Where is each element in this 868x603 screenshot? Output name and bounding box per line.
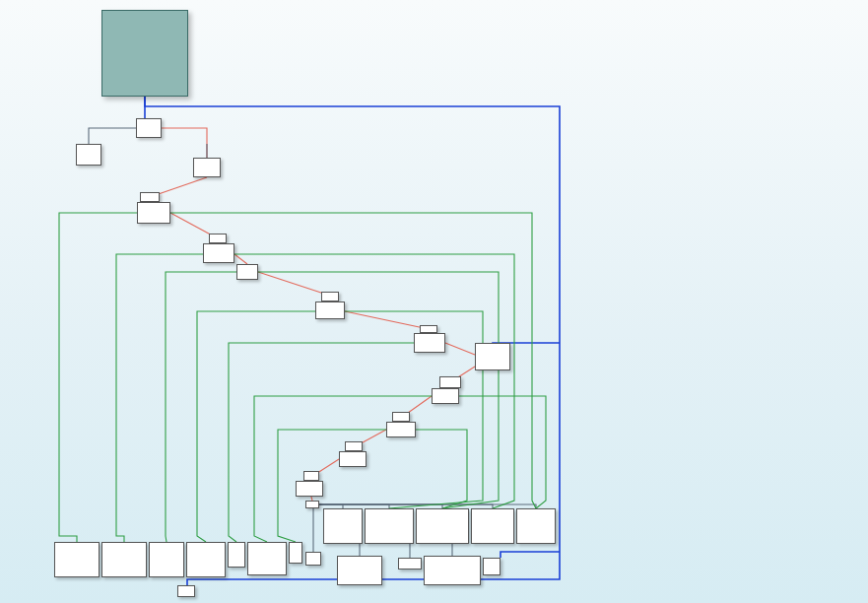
edge bbox=[345, 311, 429, 329]
tree-node[interactable] bbox=[420, 325, 437, 333]
tree-node[interactable] bbox=[516, 508, 556, 544]
edge bbox=[59, 213, 137, 542]
tree-node[interactable] bbox=[339, 451, 367, 467]
tree-node[interactable] bbox=[289, 542, 302, 564]
tree-node[interactable] bbox=[303, 471, 319, 481]
tree-node[interactable] bbox=[398, 558, 422, 570]
tree-node[interactable] bbox=[76, 144, 101, 166]
edge bbox=[459, 396, 546, 508]
tree-node[interactable] bbox=[236, 264, 258, 280]
tree-node[interactable] bbox=[414, 333, 445, 353]
tree-node[interactable] bbox=[203, 243, 234, 263]
edge bbox=[166, 272, 236, 542]
tree-node[interactable] bbox=[386, 422, 416, 437]
tree-node[interactable] bbox=[392, 412, 410, 422]
tree-node[interactable] bbox=[321, 292, 339, 302]
edge bbox=[416, 430, 467, 508]
tree-node[interactable] bbox=[247, 542, 287, 575]
edge bbox=[258, 272, 330, 296]
tree-node[interactable] bbox=[424, 556, 481, 585]
diagram-canvas bbox=[0, 0, 868, 603]
tree-node[interactable] bbox=[149, 542, 184, 577]
edge bbox=[501, 552, 560, 558]
root-node[interactable] bbox=[101, 10, 188, 97]
tree-node[interactable] bbox=[209, 234, 227, 243]
tree-node[interactable] bbox=[439, 376, 461, 388]
tree-node[interactable] bbox=[305, 552, 321, 566]
tree-node[interactable] bbox=[323, 508, 363, 544]
tree-node[interactable] bbox=[177, 585, 195, 597]
tree-node[interactable] bbox=[140, 192, 160, 202]
edge bbox=[234, 254, 514, 508]
edge bbox=[116, 254, 203, 542]
tree-node[interactable] bbox=[137, 202, 170, 224]
tree-node[interactable] bbox=[471, 508, 514, 544]
tree-node[interactable] bbox=[101, 542, 147, 577]
tree-node[interactable] bbox=[345, 441, 363, 451]
tree-node[interactable] bbox=[296, 481, 323, 497]
edge bbox=[445, 343, 475, 355]
tree-node[interactable] bbox=[186, 542, 226, 577]
tree-node[interactable] bbox=[432, 388, 459, 404]
edge bbox=[89, 128, 136, 144]
edge bbox=[234, 254, 247, 264]
tree-node[interactable] bbox=[305, 501, 319, 508]
edge bbox=[258, 272, 499, 508]
tree-node[interactable] bbox=[337, 556, 382, 585]
edge bbox=[162, 128, 207, 158]
tree-node[interactable] bbox=[228, 542, 245, 568]
tree-node[interactable] bbox=[365, 508, 414, 544]
tree-node[interactable] bbox=[136, 118, 162, 138]
edge bbox=[197, 311, 315, 542]
tree-node[interactable] bbox=[416, 508, 469, 544]
tree-node[interactable] bbox=[483, 558, 501, 575]
tree-node[interactable] bbox=[54, 542, 100, 577]
tree-node[interactable] bbox=[475, 343, 510, 370]
tree-node[interactable] bbox=[193, 158, 221, 177]
tree-node[interactable] bbox=[315, 302, 345, 319]
